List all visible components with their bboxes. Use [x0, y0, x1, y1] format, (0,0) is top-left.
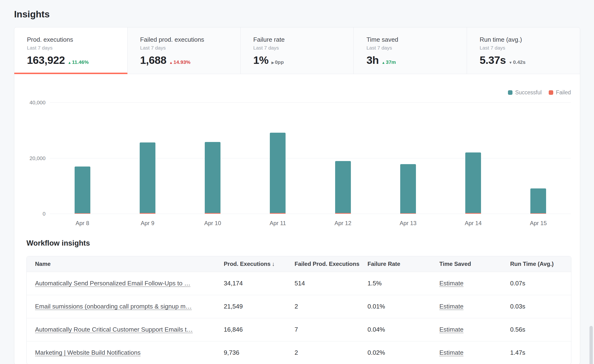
scrollbar-thumb[interactable] — [589, 326, 593, 364]
run-time-cell: 0.07s — [510, 272, 571, 295]
workflow-name-link[interactable]: Marketing | Website Build Notifications — [35, 349, 141, 356]
column-header-failed-prod-executions[interactable]: Failed Prod. Executions — [295, 256, 368, 272]
workflow-row: Marketing | Website Build Notifications9… — [27, 341, 571, 364]
metric-period: Last 7 days — [140, 45, 235, 51]
time-saved-cell: Estimate — [439, 341, 510, 364]
legend-label: Failed — [556, 89, 571, 96]
bar-successful-segment — [74, 166, 90, 213]
estimate-link[interactable]: Estimate — [439, 303, 463, 310]
column-header-failure-rate[interactable]: Failure Rate — [368, 256, 439, 272]
metric-period: Last 7 days — [27, 45, 122, 51]
metric-value-row: 5.37s▼0.42s — [479, 54, 574, 66]
metric-value: 1,688 — [140, 54, 166, 66]
column-header-name[interactable]: Name — [27, 256, 224, 272]
run-time-cell: 1.47s — [510, 341, 571, 364]
workflow-row: Email sumissions (onboarding call prompt… — [27, 295, 571, 318]
failed-executions-cell: 2 — [295, 341, 368, 364]
failure-rate-cell: 0.01% — [368, 295, 439, 318]
bar-apr-15[interactable] — [530, 188, 546, 214]
bar-apr-11[interactable] — [270, 133, 286, 214]
metric-card-failed-prod-executions[interactable]: Failed prod. executionsLast 7 days1,688▲… — [128, 27, 241, 74]
workflow-name-link[interactable]: Automatically Route Critical Customer Su… — [35, 326, 193, 333]
metric-label: Failure rate — [253, 36, 348, 43]
metric-delta: ▲37m — [382, 59, 396, 65]
chart-plot: 020,00040,000 — [50, 103, 571, 214]
bar-successful-segment — [530, 188, 546, 213]
workflow-name-cell: Automatically Send Personalized Email Fo… — [27, 272, 224, 295]
x-axis-label: Apr 14 — [441, 220, 506, 226]
legend-item-successful[interactable]: Successful — [508, 89, 541, 96]
y-axis-label: 40,000 — [14, 99, 46, 106]
bar-successful-segment — [400, 164, 416, 213]
y-axis-label: 0 — [14, 211, 46, 217]
column-header-run-time-avg[interactable]: Run Time (Avg.) — [510, 256, 571, 272]
estimate-link[interactable]: Estimate — [439, 326, 463, 333]
chart-legend: SuccessfulFailed — [508, 89, 571, 96]
bar-apr-10[interactable] — [205, 142, 221, 214]
metric-label: Time saved — [366, 36, 461, 43]
bar-apr-13[interactable] — [400, 164, 416, 214]
bar-failed-segment — [335, 213, 351, 214]
bar-apr-9[interactable] — [140, 142, 155, 214]
failed-executions-cell: 2 — [295, 295, 368, 318]
column-header-prod-executions[interactable]: Prod. Executions↓ — [224, 256, 295, 272]
run-time-cell: 0.03s — [510, 295, 571, 318]
metric-value-row: 163,922▲11.46% — [27, 54, 122, 66]
metric-period: Last 7 days — [366, 45, 461, 51]
estimate-link[interactable]: Estimate — [439, 280, 463, 287]
trend-flat-icon: ▶ — [271, 60, 274, 65]
bar-failed-segment — [270, 213, 286, 214]
gridline — [50, 214, 571, 214]
metric-card-run-time-avg[interactable]: Run time (avg.)Last 7 days5.37s▼0.42s — [467, 27, 580, 74]
metric-period: Last 7 days — [479, 45, 574, 51]
metric-delta: ▼0.42s — [509, 59, 525, 65]
time-saved-cell: Estimate — [439, 272, 510, 295]
bar-failed-segment — [400, 213, 416, 214]
workflow-name-link[interactable]: Automatically Send Personalized Email Fo… — [35, 280, 190, 287]
sort-desc-icon: ↓ — [272, 261, 275, 267]
bar-successful-segment — [465, 152, 481, 213]
workflow-row: Automatically Route Critical Customer Su… — [27, 318, 571, 341]
run-time-cell: 0.56s — [510, 318, 571, 341]
x-axis-label: Apr 8 — [50, 220, 115, 226]
bar-failed-segment — [530, 213, 546, 214]
prod-executions-cell: 34,174 — [224, 272, 295, 295]
metric-tabs: Prod. executionsLast 7 days163,922▲11.46… — [14, 27, 580, 74]
bar-apr-8[interactable] — [74, 166, 90, 214]
bar-successful-segment — [205, 142, 221, 213]
metric-label: Run time (avg.) — [479, 36, 574, 43]
trend-up-icon: ▲ — [382, 60, 385, 65]
insights-panel: Prod. executionsLast 7 days163,922▲11.46… — [14, 27, 580, 364]
metric-card-prod-executions[interactable]: Prod. executionsLast 7 days163,922▲11.46… — [14, 27, 128, 74]
prod-executions-cell: 9,736 — [224, 341, 295, 364]
x-axis-label: Apr 12 — [310, 220, 375, 226]
metric-delta: ▲11.46% — [68, 59, 89, 65]
workflow-name-cell: Marketing | Website Build Notifications — [27, 341, 224, 364]
metric-label: Failed prod. executions — [140, 36, 235, 43]
x-axis-label: Apr 11 — [245, 220, 310, 226]
gridline — [50, 102, 571, 103]
failure-rate-cell: 0.04% — [368, 318, 439, 341]
trend-up-icon: ▲ — [68, 60, 71, 65]
estimate-link[interactable]: Estimate — [439, 349, 463, 356]
column-header-time-saved[interactable]: Time Saved — [439, 256, 510, 272]
bar-apr-12[interactable] — [335, 161, 351, 214]
failed-executions-cell: 514 — [295, 272, 368, 295]
bar-failed-segment — [205, 213, 221, 214]
time-saved-cell: Estimate — [439, 318, 510, 341]
bar-successful-segment — [140, 142, 155, 213]
workflow-name-link[interactable]: Email sumissions (onboarding call prompt… — [35, 303, 192, 310]
metric-value-row: 1,688▲14.93% — [140, 54, 235, 66]
legend-item-failed[interactable]: Failed — [549, 89, 571, 96]
workflow-name-cell: Email sumissions (onboarding call prompt… — [27, 295, 224, 318]
failed-executions-cell: 7 — [295, 318, 368, 341]
metric-card-failure-rate[interactable]: Failure rateLast 7 days1%▶0pp — [241, 27, 354, 74]
workflow-table: NameProd. Executions↓Failed Prod. Execut… — [27, 256, 571, 364]
metric-card-time-saved[interactable]: Time savedLast 7 days3h▲37m — [354, 27, 467, 74]
metric-value-row: 3h▲37m — [366, 54, 461, 66]
metric-label: Prod. executions — [27, 36, 122, 43]
table-header-row: NameProd. Executions↓Failed Prod. Execut… — [27, 256, 571, 272]
legend-swatch-successful — [508, 90, 513, 95]
legend-swatch-failed — [549, 90, 553, 95]
bar-apr-14[interactable] — [465, 152, 481, 214]
